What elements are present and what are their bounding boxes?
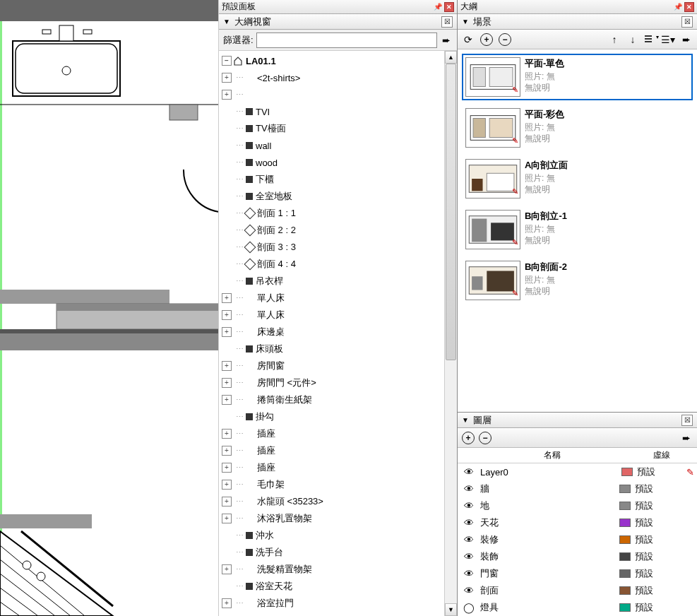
scroll-up-button[interactable]: ▲	[445, 51, 457, 64]
tree-root[interactable]: −LA01.1	[219, 52, 444, 69]
tree-item[interactable]: +⋯<2t-shirts>	[219, 69, 444, 86]
visibility-icon[interactable]: 👁	[460, 466, 477, 478]
expander-icon[interactable]: +	[222, 395, 232, 405]
close-section-button[interactable]: ☒	[681, 415, 693, 426]
layer-name[interactable]: 裝飾	[477, 550, 619, 563]
layer-dash[interactable]: 預設	[635, 550, 684, 563]
expander-icon[interactable]: +	[222, 361, 232, 371]
tree-item[interactable]: +⋯洗髮精置物架	[219, 561, 444, 578]
tree-item[interactable]: +⋯房間門 <元件>	[219, 374, 444, 391]
layer-row[interactable]: 👁牆預設	[458, 480, 697, 497]
layer-row[interactable]: 👁門窗預設	[458, 565, 697, 582]
layer-color-swatch[interactable]	[619, 502, 631, 510]
scroll-down-button[interactable]: ▼	[445, 603, 457, 616]
expander-icon[interactable]: +	[222, 564, 232, 574]
tree-item[interactable]: +⋯插座	[219, 425, 444, 442]
tree-item[interactable]: ⋯剖面 2 : 2	[219, 222, 444, 239]
layer-name[interactable]: 門窗	[477, 567, 619, 580]
scenes-header[interactable]: ▼ 場景 ☒	[458, 14, 697, 30]
layer-row[interactable]: 👁Layer0預設✎	[458, 463, 697, 480]
pin-icon[interactable]: 📌	[433, 2, 443, 12]
tree-item[interactable]: +⋯捲筒衛生紙架	[219, 391, 444, 408]
layer-color-swatch[interactable]	[619, 535, 631, 544]
layer-color-swatch[interactable]	[619, 485, 631, 493]
layers-list[interactable]: 👁Layer0預設✎👁牆預設👁地預設👁天花預設👁裝修預設👁裝飾預設👁門窗預設👁剖…	[458, 463, 697, 616]
layer-name[interactable]: 剖面	[477, 584, 619, 597]
tree-item[interactable]: ⋯wall	[219, 137, 444, 154]
layer-dash[interactable]: 預設	[635, 601, 684, 614]
expander-icon[interactable]: +	[222, 463, 232, 473]
close-section-button[interactable]: ☒	[681, 16, 693, 28]
scene-thumbnail[interactable]: ✎	[465, 261, 520, 300]
visibility-icon[interactable]: ◯	[460, 602, 477, 613]
scene-card[interactable]: ✎B向剖立-1照片: 無無說明	[462, 206, 693, 253]
tree-item[interactable]: ⋯剖面 1 : 1	[219, 205, 444, 222]
expander-icon[interactable]: +	[222, 497, 232, 507]
expander-icon[interactable]: +	[222, 598, 232, 608]
layer-row[interactable]: 👁裝飾預設	[458, 548, 697, 565]
visibility-icon[interactable]: 👁	[460, 534, 477, 545]
layer-name[interactable]: Layer0	[477, 467, 621, 478]
tree-item[interactable]: +⋯床邊桌	[219, 324, 444, 340]
visibility-icon[interactable]: 👁	[460, 483, 477, 494]
details-arrow-icon[interactable]: ➨	[440, 34, 453, 47]
tree-item[interactable]: ⋯下櫃	[219, 171, 444, 188]
tree-item[interactable]: +⋯插座	[219, 442, 444, 459]
tree-item[interactable]: ⋯TV檯面	[219, 120, 444, 137]
layer-name[interactable]: 裝修	[477, 533, 619, 546]
tree-item[interactable]: ⋯掛勾	[219, 408, 444, 425]
col-dash[interactable]: 虛線	[626, 449, 697, 461]
layer-row[interactable]: ◯燈具預設	[458, 599, 697, 616]
col-name[interactable]: 名稱	[477, 449, 626, 461]
expander-icon[interactable]: +	[222, 429, 232, 439]
expander-icon[interactable]: +	[222, 327, 232, 337]
panel-titlebar[interactable]: 大綱 📌 ✕	[458, 0, 697, 14]
scene-thumbnail[interactable]: ✎	[465, 210, 520, 249]
expander-icon[interactable]: +	[222, 293, 232, 303]
add-scene-button[interactable]: +	[480, 33, 493, 46]
section-header[interactable]: ▼ 大綱視窗 ☒	[219, 14, 457, 30]
scene-card[interactable]: ✎平面-彩色照片: 無無說明	[462, 105, 693, 151]
layer-dash[interactable]: 預設	[635, 567, 684, 580]
expander-icon[interactable]: +	[222, 73, 232, 83]
collapse-icon[interactable]: ▼	[462, 416, 469, 424]
details-arrow-icon[interactable]: ➨	[680, 33, 693, 46]
tree-item[interactable]: +⋯單人床	[219, 290, 444, 307]
layer-dash[interactable]: 預設	[635, 516, 684, 529]
remove-scene-button[interactable]: −	[499, 33, 511, 46]
layer-row[interactable]: 👁裝修預設	[458, 531, 697, 548]
outliner-tree[interactable]: −LA01.1+⋯<2t-shirts>+⋯⋯TVI⋯TV檯面⋯wall⋯woo…	[219, 51, 444, 616]
layer-dash[interactable]: 預設	[635, 533, 684, 546]
close-icon[interactable]: ✕	[444, 2, 454, 12]
layer-name[interactable]: 燈具	[477, 601, 619, 614]
menu-icon[interactable]: ☰▾	[662, 33, 674, 46]
tree-item[interactable]: +⋯	[219, 86, 444, 103]
tree-item[interactable]: +⋯插座	[219, 459, 444, 476]
expander-icon[interactable]: −	[222, 56, 232, 66]
layer-color-swatch[interactable]	[619, 569, 631, 578]
viewport[interactable]	[0, 0, 219, 616]
pin-icon[interactable]: 📌	[673, 2, 683, 12]
expander-icon[interactable]: +	[222, 480, 232, 490]
tree-item[interactable]: ⋯洗手台	[219, 544, 444, 561]
tree-item[interactable]: ⋯浴室天花	[219, 578, 444, 595]
tree-item[interactable]: ⋯沖水	[219, 527, 444, 544]
panel-titlebar[interactable]: 預設面板 📌 ✕	[219, 0, 457, 14]
layer-name[interactable]: 地	[477, 499, 619, 512]
edit-icon[interactable]: ✎	[512, 136, 518, 146]
layer-name[interactable]: 天花	[477, 516, 619, 529]
tree-item[interactable]: ⋯剖面 3 : 3	[219, 239, 444, 256]
tree-item[interactable]: ⋯TVI	[219, 103, 444, 120]
scene-thumbnail[interactable]: ✎	[465, 159, 520, 199]
visibility-icon[interactable]: 👁	[460, 585, 477, 596]
drawing-canvas[interactable]	[0, 0, 219, 616]
tree-item[interactable]: +⋯沐浴乳置物架	[219, 510, 444, 527]
tree-item[interactable]: +⋯水龍頭 <35233>	[219, 493, 444, 510]
tree-item[interactable]: +⋯浴室拉門	[219, 595, 444, 612]
tree-item[interactable]: ⋯剖面 4 : 4	[219, 256, 444, 273]
visibility-icon[interactable]: 👁	[460, 551, 477, 562]
scene-card[interactable]: ✎A向剖立面照片: 無無說明	[462, 155, 693, 202]
layer-dash[interactable]: 預設	[635, 584, 684, 597]
filter-input[interactable]	[256, 32, 437, 48]
tree-item[interactable]: ⋯床頭板	[219, 340, 444, 357]
